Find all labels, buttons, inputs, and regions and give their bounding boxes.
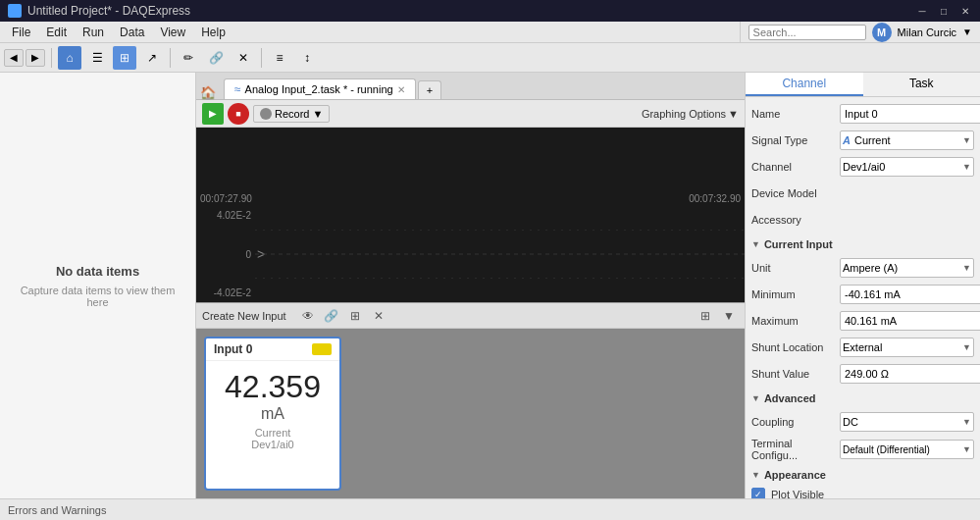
device-model-label: Device Model: [751, 187, 840, 199]
graphing-options-button[interactable]: Graphing Options ▼: [642, 108, 739, 120]
user-name: Milan Curcic: [898, 26, 957, 38]
terminal-config-select[interactable]: Default (Differential) ▼: [840, 440, 974, 459]
graph-toolbar: ▶ ■ Record ▼ Graphing Options ▼: [196, 100, 745, 128]
shunt-location-select[interactable]: External ▼: [840, 338, 974, 357]
shunt-value-label: Shunt Value: [751, 368, 840, 380]
input-card[interactable]: Input 0 42.359 mA Current Dev1/ai0: [204, 337, 341, 491]
toolbar-separator-2: [170, 48, 171, 68]
shunt-location-label: Shunt Location: [751, 341, 840, 353]
list-view-button[interactable]: ≡: [268, 46, 291, 70]
field-minimum: Minimum: [751, 284, 974, 305]
name-field-input[interactable]: [840, 104, 980, 124]
minimum-label: Minimum: [751, 288, 840, 300]
input-card-title: Input 0: [214, 342, 252, 356]
input-toolbar: Create New Input 👁 🔗 ⊞ ✕ ⊞ ▼: [196, 303, 745, 329]
current-input-section-header[interactable]: ▼ Current Input: [751, 235, 974, 253]
list-button[interactable]: ☰: [85, 46, 109, 70]
coupling-dropdown-icon: ▼: [962, 417, 971, 427]
record-icon: [260, 108, 272, 120]
menu-data[interactable]: Data: [112, 24, 152, 41]
eye-icon-button[interactable]: 👁: [298, 306, 318, 326]
status-bar: Errors and Warnings: [0, 498, 980, 520]
plot-visible-row: ✓ Plot Visible: [751, 488, 974, 498]
menu-help[interactable]: Help: [193, 24, 233, 41]
main-layout: No data items Capture data items to view…: [0, 73, 980, 498]
toolbar-separator-1: [51, 48, 52, 68]
create-input-label: Create New Input: [202, 310, 286, 322]
chart-y-axis: 4.02E-2 0 -4.02E-2: [196, 206, 255, 302]
center-panel: 🏠 ≈ Analog Input_2.task * - running ✕ + …: [196, 73, 745, 498]
right-panel: Channel Task Name Signal Type A Current …: [745, 73, 980, 498]
copy-icon-button[interactable]: ⊞: [345, 306, 365, 326]
back-button[interactable]: ◀: [4, 49, 24, 67]
tab-channel[interactable]: Channel: [746, 73, 863, 96]
link-button[interactable]: 🔗: [204, 46, 228, 70]
input-toolbar-right: ⊞ ▼: [696, 306, 739, 326]
active-tab[interactable]: ≈ Analog Input_2.task * - running ✕: [224, 78, 416, 99]
toolbar-dropdown-icon[interactable]: ▼: [719, 306, 739, 326]
delete-button[interactable]: ✕: [232, 46, 255, 70]
checkbox-check-icon: ✓: [754, 490, 762, 498]
home-button[interactable]: ⌂: [58, 46, 81, 70]
tab-task[interactable]: Task: [863, 73, 981, 96]
maximize-button[interactable]: □: [937, 4, 951, 18]
y-axis-top: 4.02E-2: [217, 210, 251, 221]
terminal-config-label: Terminal Configu...: [751, 438, 840, 461]
stop-button[interactable]: ■: [228, 103, 249, 125]
coupling-select[interactable]: DC ▼: [840, 412, 974, 432]
search-input[interactable]: [748, 25, 866, 40]
signal-type-label: Signal Type: [751, 134, 840, 146]
channel-select[interactable]: Dev1/ai0 ▼: [840, 157, 974, 177]
accessory-label: Accessory: [751, 214, 840, 226]
grid-button[interactable]: ⊞: [113, 46, 136, 70]
unit-select[interactable]: Ampere (A) ▼: [840, 258, 974, 278]
sort-button[interactable]: ↕: [295, 46, 319, 70]
record-label: Record: [275, 108, 309, 120]
chart-plot: >: [255, 206, 745, 302]
field-accessory: Accessory: [751, 209, 974, 231]
minimum-input[interactable]: [840, 285, 980, 304]
tab-close-icon[interactable]: ✕: [397, 84, 405, 95]
user-avatar: M: [872, 23, 892, 42]
field-terminal-config: Terminal Configu... Default (Differentia…: [751, 438, 974, 461]
input-panel: Create New Input 👁 🔗 ⊞ ✕ ⊞ ▼ Input 0: [196, 302, 745, 498]
channel-dropdown-icon: ▼: [962, 162, 971, 172]
input-card-header: Input 0: [206, 338, 339, 361]
maximum-input[interactable]: [840, 311, 980, 331]
field-shunt-location: Shunt Location External ▼: [751, 337, 974, 358]
name-field-label: Name: [751, 108, 840, 120]
channel-label: Channel: [751, 161, 840, 173]
left-panel: No data items Capture data items to view…: [0, 73, 196, 498]
arrow-button[interactable]: ↗: [140, 46, 164, 70]
coupling-label: Coupling: [751, 416, 840, 428]
signal-type-select[interactable]: A Current ▼: [840, 130, 974, 150]
field-unit: Unit Ampere (A) ▼: [751, 257, 974, 279]
y-axis-middle: 0: [245, 249, 251, 260]
appearance-section-header[interactable]: ▼ Appearance: [751, 466, 974, 484]
field-shunt-value: Shunt Value: [751, 363, 974, 385]
field-signal-type: Signal Type A Current ▼: [751, 130, 974, 151]
add-tab-button[interactable]: +: [418, 80, 441, 99]
run-button[interactable]: ▶: [202, 103, 224, 125]
input-toolbar-icons: 👁 🔗 ⊞ ✕: [298, 306, 388, 326]
advanced-section-header[interactable]: ▼ Advanced: [751, 390, 974, 407]
menu-file[interactable]: File: [4, 24, 38, 41]
input-card-type: Current Dev1/ai0: [206, 427, 339, 458]
signal-type-icon: A: [843, 134, 851, 146]
menu-edit[interactable]: Edit: [38, 24, 75, 41]
plot-visible-checkbox[interactable]: ✓: [751, 488, 765, 498]
current-input-collapse-icon: ▼: [751, 239, 760, 249]
close-button[interactable]: ✕: [958, 4, 972, 18]
link-icon-button[interactable]: 🔗: [322, 306, 341, 326]
edit-button[interactable]: ✏: [177, 46, 200, 70]
record-button[interactable]: Record ▼: [253, 105, 330, 123]
menu-view[interactable]: View: [152, 24, 193, 41]
grid-view-icon[interactable]: ⊞: [696, 306, 715, 326]
minimize-button[interactable]: ─: [915, 4, 929, 18]
delete-icon-button[interactable]: ✕: [369, 306, 388, 326]
terminal-config-dropdown-icon: ▼: [962, 444, 971, 454]
menu-run[interactable]: Run: [75, 24, 112, 41]
forward-button[interactable]: ▶: [26, 49, 45, 67]
shunt-value-input[interactable]: [840, 364, 980, 384]
user-dropdown-icon[interactable]: ▼: [962, 26, 972, 37]
